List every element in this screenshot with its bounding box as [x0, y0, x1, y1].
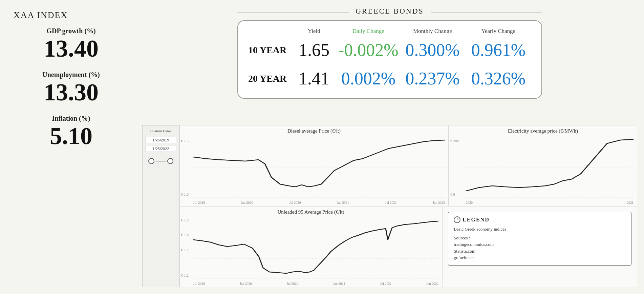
monthly-change-20year: 0.237%	[400, 68, 465, 89]
date-panel-title: Custom Dates	[150, 129, 171, 133]
tenor-20year: 20 YEAR	[248, 73, 291, 84]
date-panel: Custom Dates	[142, 125, 179, 287]
diesel-x-jan2022: Jan 2022	[433, 201, 445, 204]
tenor-10year: 10 YEAR	[248, 45, 291, 56]
unleaded-x-jul2021: Jul 2021	[380, 282, 391, 286]
daily-change-20year: 0.002%	[337, 68, 400, 89]
gdp-label: GDP growth (%)	[7, 27, 135, 35]
unleaded-y-18: € 1.8	[181, 218, 189, 222]
source-1: tradingeconomics.com	[454, 242, 494, 247]
date-input-1[interactable]	[146, 137, 176, 143]
unleaded-chart-title: Unleaded 95 Average Price (€/lt)	[180, 207, 442, 216]
unemployment-label: Unemployment (%)	[7, 71, 135, 79]
legend-title-row: i LEGEND	[454, 216, 626, 223]
unleaded-chart-svg	[193, 218, 438, 279]
yearly-change-20year: 0.326%	[466, 68, 531, 89]
electricity-chart-svg	[466, 137, 634, 198]
diesel-chart-title: Diesel average Price (€/lt)	[180, 125, 448, 135]
unleaded-x-jan2022: Jan 2022	[426, 282, 438, 286]
legend-panel: i LEGEND Basic Greek economy indices Sou…	[442, 206, 637, 287]
yield-20year: 1.41	[291, 68, 337, 89]
date-input-2[interactable]	[146, 146, 176, 152]
yield-10year: 1.65	[291, 40, 337, 60]
monthly-change-10year: 0.300%	[400, 40, 465, 60]
inflation-block: Inflation (%) 5.10	[7, 115, 135, 155]
bonds-row-20year: 20 YEAR 1.41 0.002% 0.237% 0.326%	[248, 63, 531, 91]
unleaded-y-16: € 1.6	[181, 233, 189, 237]
source-3: gr.fuelo.net	[454, 255, 474, 260]
elec-x-2020: 2020	[466, 201, 473, 204]
unleaded-chart-panel: Unleaded 95 Average Price (€/lt) € 1.8 €…	[179, 206, 442, 287]
diesel-chart-svg	[193, 137, 445, 198]
diesel-chart-panel: Diesel average Price (€/lt) € 1.5 € 1.0	[179, 125, 449, 206]
xaa-index-title: XAA INDEX	[14, 10, 68, 20]
inflation-value: 5.10	[7, 124, 135, 148]
elec-x-2021: 2021	[627, 201, 634, 204]
left-panel: XAA INDEX GDP growth (%) 13.40 Unemploym…	[7, 7, 135, 287]
slider-handle-left[interactable]	[148, 158, 154, 164]
yearly-change-10year: 0.961%	[466, 40, 531, 60]
legend-box: i LEGEND Basic Greek economy indices Sou…	[448, 212, 631, 266]
diesel-x-jul2020: Jul 2020	[289, 201, 301, 204]
electricity-chart-title: Electricity average price (€/MWh)	[449, 125, 637, 135]
bonds-row-10year: 10 YEAR 1.65 -0.002% 0.300% 0.961%	[248, 37, 531, 63]
diesel-x-jan2021: Jan 2021	[337, 201, 349, 204]
unleaded-y-14: € 1.4	[181, 248, 189, 252]
bonds-box: Yield Daily Change Monthly Change Yearly…	[237, 20, 542, 99]
diesel-y-bottom: € 1.0	[181, 192, 189, 196]
elec-y-bottom: € 0	[450, 192, 455, 196]
daily-col-header: Daily Change	[337, 28, 400, 35]
date-slider[interactable]	[148, 158, 173, 164]
legend-title: LEGEND	[463, 217, 490, 223]
greece-bonds-title: GREECE BONDS	[349, 7, 431, 16]
legend-description: Basic Greek economy indices	[454, 226, 626, 233]
diesel-x-jul2021: Jul 2021	[385, 201, 396, 204]
unleaded-y-12: € 1.2	[181, 273, 189, 277]
slider-track-line	[156, 161, 166, 161]
diesel-x-jul2019: Jul 2019	[193, 201, 205, 204]
unleaded-x-jan2021: Jan 2021	[333, 282, 345, 286]
source-2: Statista.com	[454, 249, 475, 254]
elec-y-top: € 200	[450, 139, 459, 143]
unleaded-x-jul2020: Jul 2020	[287, 282, 298, 286]
diesel-x-jan2020: Jan 2020	[241, 201, 253, 204]
gdp-value: 13.40	[7, 36, 135, 61]
unleaded-x-jul2019: Jul 2019	[193, 282, 205, 286]
electricity-chart-panel: Electricity average price (€/MWh) € 200 …	[449, 125, 637, 206]
yield-col-header: Yield	[291, 28, 337, 35]
inflation-label: Inflation (%)	[7, 115, 135, 122]
unemployment-value: 13.30	[7, 80, 135, 104]
yearly-col-header: Yearly Change	[466, 28, 531, 35]
gdp-block: GDP growth (%) 13.40	[7, 27, 135, 67]
bonds-section: GREECE BONDS Yield Daily Change Monthly …	[142, 7, 637, 120]
diesel-y-top: € 1.5	[181, 139, 189, 143]
legend-info-icon: i	[454, 216, 460, 223]
unemployment-block: Unemployment (%) 13.30	[7, 71, 135, 111]
sources-label: Sources :	[454, 235, 470, 240]
legend-sources: Sources : tradingeconomics.com Statista.…	[454, 235, 626, 261]
monthly-col-header: Monthly Change	[400, 28, 465, 35]
slider-handle-right[interactable]	[167, 158, 173, 164]
daily-change-10year: -0.002%	[337, 40, 400, 60]
unleaded-x-jan2020: Jan 2020	[240, 282, 252, 286]
